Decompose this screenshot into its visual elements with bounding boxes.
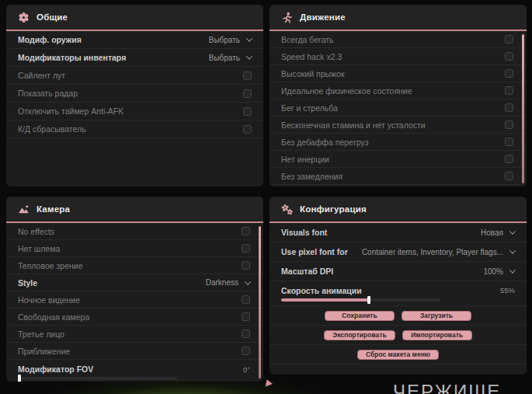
dropdown[interactable]: Выбрать <box>209 36 252 44</box>
checkbox[interactable] <box>242 227 250 235</box>
slider-handle[interactable] <box>367 296 370 304</box>
dropdown[interactable]: Выбрать <box>209 54 252 62</box>
row-label: No effects <box>18 227 54 236</box>
dropdown[interactable]: Container items, Inventory, Player flags… <box>362 248 515 256</box>
checkbox[interactable] <box>505 120 513 129</box>
dropdown[interactable]: Darkness <box>206 278 250 287</box>
chevron-down-icon <box>509 228 516 234</box>
scrollbar[interactable] <box>259 226 261 378</box>
row-checkbox: К/Д сбрасыватель <box>6 120 263 138</box>
row-checkbox: Speed hack x2.3 <box>269 48 527 65</box>
scrollbar[interactable] <box>522 34 524 183</box>
checkbox[interactable] <box>242 312 250 321</box>
row-checkbox: Показать радар <box>6 85 263 103</box>
row-label: Высокий прыжок <box>281 69 345 78</box>
row-checkbox: Сайлент лут <box>6 67 263 85</box>
panel-movement: Движение Всегда бегатьSpeed hack x2.3Выс… <box>269 5 527 187</box>
panel-general: Общие Модиф. оружияВыбратьМодификаторы и… <box>6 5 263 187</box>
row-checkbox: Отключить таймер Anti-AFK <box>6 103 263 120</box>
checkbox[interactable] <box>505 69 513 78</box>
gears-icon <box>281 204 293 215</box>
dropdown[interactable]: Новая <box>481 228 515 237</box>
checkbox[interactable] <box>243 125 252 134</box>
row-label: Показать радар <box>18 89 78 98</box>
dropdown-value: Выбрать <box>209 54 240 62</box>
row-checkbox: Бесконечная стамина и нет усталости <box>269 117 527 134</box>
row-label: Скорость анимации <box>281 286 362 295</box>
row-label: Без замедления <box>281 172 342 181</box>
game-screen: ЧЕРЖИШЕ Общие Модиф. оружияВыбратьМодифи… <box>0 0 532 394</box>
row-checkbox: Без дебаффа перегруз <box>269 134 527 151</box>
row-checkbox: Нет шлема <box>6 240 263 257</box>
save-button[interactable]: Сохранить <box>325 311 395 321</box>
checkbox[interactable] <box>242 329 250 338</box>
row-label: Нет шлема <box>18 244 60 253</box>
checkbox[interactable] <box>505 103 513 112</box>
checkbox[interactable] <box>243 107 252 116</box>
chevron-down-icon <box>246 53 252 59</box>
checkbox[interactable] <box>243 71 252 80</box>
checkbox[interactable] <box>505 86 513 95</box>
row-label: Модификаторы инвентаря <box>18 53 126 62</box>
export-button[interactable]: Экспортировать <box>324 330 395 340</box>
button-row: Сброс макета меню <box>269 345 527 364</box>
checkbox[interactable] <box>242 347 250 355</box>
row-checkbox: Третье лицо <box>6 326 263 343</box>
slider-fill <box>281 298 369 302</box>
dropdown[interactable]: 100% <box>483 267 515 276</box>
row-checkbox: Идеальное физическое состояние <box>269 82 527 99</box>
panel-camera-header: Камера <box>6 197 263 223</box>
row-checkbox: Тепловое зрение <box>6 257 263 274</box>
panel-config-header: Конфигурация <box>269 197 527 223</box>
checkbox[interactable] <box>242 261 250 270</box>
row-dropdown: Модификаторы инвентаряВыбрать <box>6 49 263 67</box>
row-label: Всегда бегать <box>281 35 334 44</box>
slider-value: 0° <box>243 365 250 374</box>
chevron-down-icon <box>509 247 516 253</box>
gear-icon <box>18 12 30 23</box>
checkbox[interactable] <box>243 89 252 98</box>
row-dropdown: StyleDarkness <box>6 274 263 291</box>
import-button[interactable]: Импортировать <box>402 330 472 340</box>
row-label: Тепловое зрение <box>18 261 83 270</box>
row-checkbox: No effects <box>6 223 263 240</box>
row-checkbox: Бег и стрельба <box>269 99 527 117</box>
row-label: Ночное видение <box>18 295 80 305</box>
checkbox[interactable] <box>505 172 513 180</box>
panel-camera: Камера No effectsНет шлемаТепловое зрени… <box>6 197 263 382</box>
panel-config: Конфигурация Visuals fontНоваяUse pixel … <box>269 197 527 375</box>
slider-track[interactable] <box>18 377 177 380</box>
chevron-down-icon <box>245 278 251 284</box>
row-label: Идеальное физическое состояние <box>281 86 412 96</box>
row-label: К/Д сбрасыватель <box>18 124 86 134</box>
row-label: Style <box>18 278 37 288</box>
slider-track[interactable] <box>281 298 440 302</box>
row-label: Speed hack x2.3 <box>281 52 342 61</box>
row-slider: Скорость анимации55% <box>269 281 527 306</box>
dropdown-value: Darkness <box>206 278 238 287</box>
runner-icon <box>281 12 293 23</box>
row-label: Use pixel font for <box>281 247 348 256</box>
row-label: Свободная камера <box>18 312 89 322</box>
checkbox[interactable] <box>242 295 250 304</box>
panel-title: Общие <box>37 12 68 22</box>
row-label: Модиф. оружия <box>18 35 82 44</box>
checkbox[interactable] <box>505 155 513 163</box>
panel-title: Камера <box>37 204 70 214</box>
checkbox[interactable] <box>505 138 513 146</box>
checkbox[interactable] <box>505 52 513 61</box>
row-label: Visuals font <box>281 228 327 237</box>
row-checkbox: Ночное видение <box>6 291 263 309</box>
panel-title: Движение <box>300 12 346 22</box>
row-label: Бег и стрельба <box>281 103 338 113</box>
load-button[interactable]: Загрузить <box>402 311 471 321</box>
row-checkbox: Приближение <box>6 343 263 360</box>
reset-menu-layout-button[interactable]: Сброс макета меню <box>357 350 439 360</box>
slider-handle[interactable] <box>18 375 21 382</box>
row-slider: Модификатор FOV0° <box>6 360 263 382</box>
row-label: Масштаб DPI <box>281 267 333 276</box>
chevron-down-icon <box>246 35 252 41</box>
button-row: СохранитьЗагрузить <box>269 306 527 326</box>
checkbox[interactable] <box>242 244 250 253</box>
checkbox[interactable] <box>505 35 513 44</box>
